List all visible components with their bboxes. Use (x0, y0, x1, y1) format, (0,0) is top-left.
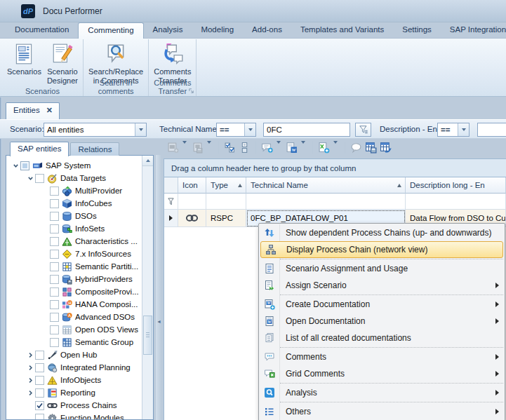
filter-cell-description-long-en[interactable] (406, 194, 506, 210)
tree-item-characteristics[interactable]: Characteristics ... (7, 235, 141, 248)
chevron-down-icon[interactable] (333, 144, 338, 152)
save-grid-layout-button[interactable] (364, 140, 378, 156)
chevron-down-icon[interactable] (182, 144, 187, 152)
tree-item-integrated-planning[interactable]: Integrated Planning (7, 361, 141, 374)
scrollbar-thumb[interactable] (143, 316, 152, 355)
chevron-down-icon[interactable] (301, 144, 305, 152)
chevron-down-icon[interactable] (244, 123, 255, 136)
tree-item-open-ods-views[interactable]: Open ODS Views (7, 323, 141, 336)
save-documentation-button[interactable] (190, 140, 215, 156)
column-header-technical-name[interactable]: Technical Name (246, 177, 406, 194)
chevron-right-icon[interactable] (26, 351, 35, 359)
cell-icon[interactable] (178, 210, 206, 227)
checkbox[interactable] (20, 161, 29, 170)
ribbon-tab-documentation[interactable]: Documentation (6, 22, 78, 38)
tab-entities[interactable]: Entities ✕ (6, 102, 60, 119)
tree-item-function-modules[interactable]: Function Modules (7, 412, 141, 419)
technical-name-input[interactable] (263, 123, 350, 137)
tree-item-sap-system[interactable]: SAP System (7, 159, 141, 172)
description-operator-select[interactable]: == (437, 123, 470, 137)
tree-item-infocubes[interactable]: InfoCubes (7, 197, 141, 210)
export-to-excel-button[interactable] (317, 140, 341, 156)
cell-type[interactable]: RSPC (206, 210, 246, 227)
menu-item-show-dependent-process-chains-up-and-downwards[interactable]: Show dependent Process Chains (up- and d… (259, 224, 505, 241)
ribbon-tab-add-ons[interactable]: Add-ons (243, 22, 291, 38)
checkbox[interactable] (50, 287, 59, 297)
tree-scrollbar[interactable] (142, 156, 153, 419)
tree-item-compositeprovi[interactable]: CompositeProvi... (7, 285, 141, 298)
description-input[interactable] (477, 123, 506, 137)
menu-item-assign-scenario[interactable]: Assign Scenario (259, 277, 505, 294)
filter-cell-icon[interactable] (178, 194, 206, 210)
menu-item-others[interactable]: Others (259, 403, 505, 420)
menu-item-grid-comments[interactable]: Grid Comments (259, 365, 505, 382)
menu-item-open-documentation[interactable]: WOpen Documentation (259, 313, 505, 330)
chevron-down-icon[interactable] (207, 144, 211, 152)
checkbox[interactable] (35, 388, 44, 398)
close-icon[interactable]: ✕ (46, 106, 53, 119)
tree-item-open-hub[interactable]: Open Hub (7, 348, 141, 361)
checkbox[interactable] (35, 376, 44, 385)
chevron-down-icon[interactable] (277, 144, 281, 152)
dialog-launcher-icon[interactable] (188, 88, 194, 94)
checkbox[interactable] (50, 212, 59, 221)
checkbox[interactable] (50, 338, 59, 347)
chevron-down-icon[interactable] (458, 123, 469, 136)
ribbon-tab-analysis[interactable]: Analysis (144, 22, 192, 38)
chevron-right-icon[interactable] (26, 363, 35, 372)
checkbox[interactable] (35, 174, 44, 183)
panel-splitter[interactable]: ◄ (156, 155, 162, 420)
checkbox[interactable] (50, 237, 59, 246)
export-grid-button[interactable] (378, 140, 393, 156)
add-comment-button[interactable] (260, 140, 284, 156)
checkbox[interactable] (50, 300, 59, 309)
ribbon-tab-templates-and-variants[interactable]: Templates and Variants (291, 22, 393, 38)
tree-item-process-chains[interactable]: Process Chains (7, 399, 141, 412)
collapse-left-icon[interactable]: ◄ (157, 319, 161, 324)
tree-item-semantic-group[interactable]: Semantic Group (7, 336, 141, 348)
tree-item-7-x-infosources[interactable]: 7.x InfoSources (7, 248, 141, 260)
scenario-designer-button[interactable]: Scenario Designer (44, 41, 81, 87)
create-documentation-button[interactable] (166, 140, 190, 156)
chevron-right-icon[interactable] (26, 388, 35, 397)
checkbox[interactable] (50, 224, 59, 233)
chevron-down-icon[interactable] (135, 123, 146, 136)
ribbon-tab-commenting[interactable]: Commenting (78, 22, 143, 39)
checkbox[interactable] (50, 262, 59, 271)
checkbox[interactable] (50, 313, 59, 322)
apply-filter-button[interactable] (355, 123, 371, 137)
menu-item-display-process-chain-network-view[interactable]: Display Process Chain (network view) (260, 241, 503, 258)
title-bar[interactable]: dP Docu Performer (0, 0, 506, 22)
tree-item-hana-composi[interactable]: HHANA Composi... (7, 298, 141, 311)
apply-selection-button[interactable] (222, 140, 237, 156)
checkbox[interactable] (35, 414, 44, 420)
tree-item-infosets[interactable]: InfoSets (7, 222, 141, 235)
checkbox[interactable] (50, 325, 59, 334)
ribbon-tab-settings[interactable]: Settings (393, 22, 441, 38)
menu-item-comments[interactable]: Comments (259, 348, 505, 365)
left-tab-relations[interactable]: Relations (70, 142, 119, 156)
checkbox[interactable] (35, 351, 44, 360)
menu-item-scenario-assignment-and-usage[interactable]: Scenario Assignment and Usage (259, 260, 505, 277)
technical-name-operator-select[interactable]: == (216, 123, 256, 137)
chevron-down-icon[interactable] (11, 161, 20, 170)
checkbox[interactable] (50, 187, 59, 196)
left-tab-sap-entities[interactable]: SAP entities (10, 142, 69, 156)
tree-item-semantic-partiti[interactable]: Semantic Partiti... (7, 260, 141, 273)
ribbon-tab-modeling[interactable]: Modeling (192, 22, 243, 38)
tree-item-reporting[interactable]: Reporting (7, 386, 141, 399)
chevron-down-icon[interactable] (26, 174, 35, 182)
tree-item-infoobjects[interactable]: InfoObjects (7, 374, 141, 386)
tree-item-multiprovider[interactable]: MultiProvider (7, 184, 141, 197)
scenario-select[interactable]: All entities (44, 123, 147, 137)
checkbox[interactable] (50, 250, 59, 259)
column-header-type[interactable]: Type (206, 177, 246, 194)
menu-item-list-of-all-created-documentations[interactable]: List of all created documentations (259, 330, 505, 346)
scroll-up-icon[interactable] (142, 156, 153, 166)
tree-item-dsos[interactable]: DSOs (7, 210, 141, 222)
checkbox[interactable] (50, 199, 59, 208)
column-header-icon[interactable]: Icon (178, 177, 206, 194)
checkbox[interactable] (35, 363, 44, 372)
column-header-description-long-en[interactable]: Description long - En (406, 177, 506, 194)
tree-item-hybridproviders[interactable]: HybridProviders (7, 273, 141, 285)
